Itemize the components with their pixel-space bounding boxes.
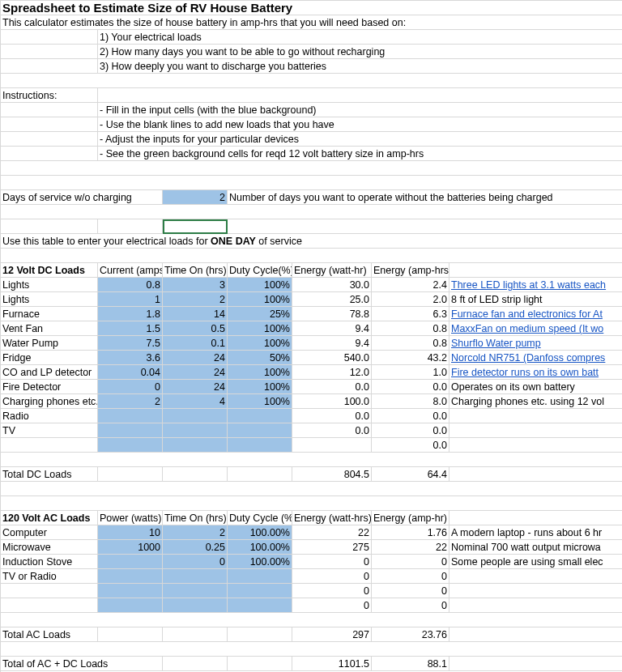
empty[interactable]: [228, 219, 623, 234]
dc-duty-input[interactable]: [228, 423, 292, 438]
ac-time-input[interactable]: 2: [163, 525, 228, 540]
dc-duty-input[interactable]: 100%: [228, 394, 292, 409]
ac-time-input[interactable]: [163, 584, 228, 598]
empty[interactable]: [1, 30, 98, 45]
ac-power-input[interactable]: [98, 598, 163, 613]
dc-current-input[interactable]: 1.5: [98, 321, 163, 336]
dc-current-input[interactable]: 7.5: [98, 336, 163, 351]
dc-duty-input[interactable]: 50%: [228, 351, 292, 365]
empty[interactable]: [1, 103, 98, 117]
empty[interactable]: [163, 467, 228, 482]
empty[interactable]: [98, 219, 163, 234]
empty[interactable]: [98, 627, 163, 642]
dc-duty-input[interactable]: 100%: [228, 321, 292, 336]
dc-time-input[interactable]: 4: [163, 394, 228, 409]
empty-row[interactable]: [1, 613, 623, 627]
empty-row[interactable]: [1, 453, 623, 467]
ac-power-input[interactable]: [98, 555, 163, 569]
ac-power-input[interactable]: 1000: [98, 540, 163, 555]
ac-time-input[interactable]: [163, 598, 228, 613]
dc-time-input[interactable]: [163, 438, 228, 453]
empty-row[interactable]: [1, 176, 623, 190]
dc-time-input[interactable]: 2: [163, 292, 228, 307]
empty[interactable]: [228, 657, 292, 671]
ac-eah-output: 0: [372, 584, 449, 598]
empty-row[interactable]: [1, 496, 623, 511]
dc-note-link[interactable]: Three LED lights at 3.1 watts each: [451, 279, 606, 291]
dc-duty-input[interactable]: 100%: [228, 292, 292, 307]
empty[interactable]: [1, 59, 98, 74]
ac-duty-input[interactable]: 100.00%: [228, 555, 292, 569]
empty-row[interactable]: [1, 482, 623, 496]
empty[interactable]: [449, 511, 623, 525]
dc-current-input[interactable]: 0: [98, 380, 163, 394]
ac-power-input[interactable]: [98, 569, 163, 584]
days-input[interactable]: 2: [163, 190, 228, 205]
empty-row[interactable]: [1, 74, 623, 88]
dc-note-link[interactable]: Furnace fan and electronics for At: [451, 308, 603, 320]
empty[interactable]: [163, 657, 228, 671]
dc-current-input[interactable]: 1.8: [98, 307, 163, 321]
ac-duty-input[interactable]: 100.00%: [228, 525, 292, 540]
ac-duty-input[interactable]: [228, 584, 292, 598]
empty[interactable]: [228, 627, 292, 642]
active-cell[interactable]: [163, 219, 228, 234]
empty[interactable]: [1, 45, 98, 59]
dc-duty-input[interactable]: 25%: [228, 307, 292, 321]
dc-note-link[interactable]: MaxxFan on medium speed (It wo: [451, 323, 603, 334]
dc-duty-input[interactable]: 100%: [228, 278, 292, 292]
dc-duty-input[interactable]: 100%: [228, 336, 292, 351]
empty[interactable]: [163, 627, 228, 642]
dc-time-input[interactable]: 24: [163, 365, 228, 380]
dc-current-input[interactable]: [98, 409, 163, 423]
empty[interactable]: [228, 467, 292, 482]
dc-time-input[interactable]: 0.1: [163, 336, 228, 351]
ac-power-input[interactable]: [98, 584, 163, 598]
ac-ewh-output: 275: [292, 540, 372, 555]
spreadsheet-grid[interactable]: Spreadsheet to Estimate Size of RV House…: [0, 0, 622, 672]
dc-current-input[interactable]: 3.6: [98, 351, 163, 365]
ac-time-input[interactable]: [163, 569, 228, 584]
dc-note-link[interactable]: Shurflo Water pump: [451, 338, 541, 349]
empty[interactable]: [98, 88, 623, 103]
ac-duty-input[interactable]: [228, 598, 292, 613]
empty-row[interactable]: [1, 642, 623, 657]
ac-time-input[interactable]: 0: [163, 555, 228, 569]
dc-current-input[interactable]: [98, 438, 163, 453]
dc-time-input[interactable]: [163, 409, 228, 423]
empty[interactable]: [1, 219, 98, 234]
dc-time-input[interactable]: 24: [163, 380, 228, 394]
dc-duty-input[interactable]: 100%: [228, 380, 292, 394]
empty[interactable]: [1, 117, 98, 132]
dc-current-input[interactable]: 2: [98, 394, 163, 409]
empty[interactable]: [98, 467, 163, 482]
dc-duty-input[interactable]: [228, 409, 292, 423]
dc-current-input[interactable]: [98, 423, 163, 438]
dc-note-link[interactable]: Norcold NR751 (Danfoss compres: [451, 352, 605, 364]
ac-duty-input[interactable]: 100.00%: [228, 540, 292, 555]
ac-power-input[interactable]: 10: [98, 525, 163, 540]
empty[interactable]: [1, 132, 98, 147]
dc-note-link[interactable]: Fire detector runs on its own batt: [451, 367, 599, 378]
dc-time-input[interactable]: 14: [163, 307, 228, 321]
ac-time-input[interactable]: 0.25: [163, 540, 228, 555]
ac-duty-input[interactable]: [228, 569, 292, 584]
dc-duty-input[interactable]: [228, 438, 292, 453]
dc-current-input[interactable]: 0.04: [98, 365, 163, 380]
empty[interactable]: [1, 147, 98, 161]
empty[interactable]: [449, 467, 623, 482]
dc-time-input[interactable]: [163, 423, 228, 438]
dc-time-input[interactable]: 3: [163, 278, 228, 292]
dc-current-input[interactable]: 1: [98, 292, 163, 307]
dc-duty-input[interactable]: 100%: [228, 365, 292, 380]
empty-row[interactable]: [1, 161, 623, 176]
ac-h-power: Power (watts): [98, 511, 163, 525]
empty-row[interactable]: [1, 205, 623, 219]
empty[interactable]: [449, 263, 623, 278]
dc-current-input[interactable]: 0.8: [98, 278, 163, 292]
empty[interactable]: [449, 627, 623, 642]
empty-row[interactable]: [1, 249, 623, 263]
empty[interactable]: [449, 657, 623, 671]
dc-time-input[interactable]: 0.5: [163, 321, 228, 336]
dc-time-input[interactable]: 24: [163, 351, 228, 365]
